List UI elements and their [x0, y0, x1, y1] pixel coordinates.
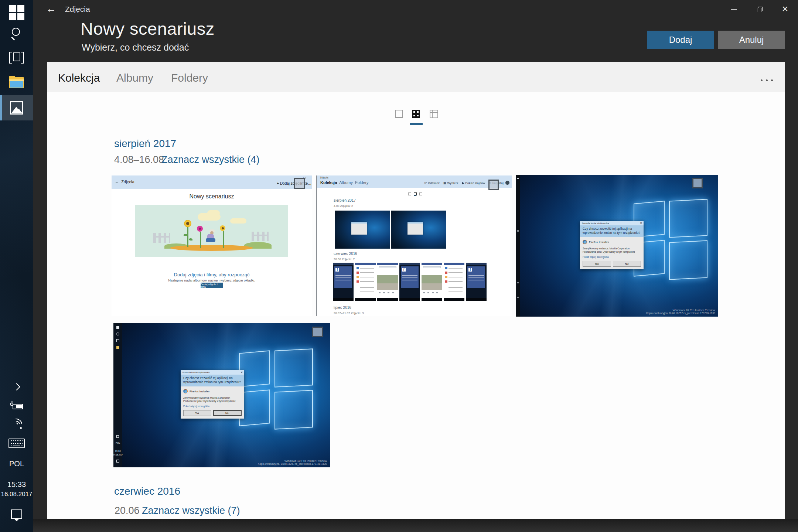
mini-cta-title: Dodaj zdjęcia i filmy, aby rozpocząć — [112, 272, 312, 277]
view-small-toggle[interactable] — [430, 110, 438, 118]
restore-button[interactable] — [747, 0, 773, 18]
mini-titlebar: Zdjęcia KolekcjaAlbumyFoldery ⟳ Odśwież▦… — [317, 175, 512, 188]
active-toggle-underline — [410, 123, 423, 125]
battery-button[interactable] — [0, 400, 33, 412]
mini-phone-photo — [355, 263, 376, 301]
folder-icon — [9, 77, 24, 88]
uac-title: Kontrola konta użytkownika — [183, 371, 209, 374]
more-button[interactable] — [757, 76, 776, 84]
mini-phone-photo: f — [333, 263, 354, 301]
mini-cta-subtitle: Następnie nadaj albumowi nazwę i wybierz… — [112, 279, 312, 282]
active-accent-bar — [0, 95, 2, 120]
page-subtitle: Wybierz, co chcesz dodać — [82, 42, 189, 53]
section-title-august[interactable]: sierpień 2017 — [114, 138, 176, 150]
thumbnail-4-checkbox[interactable] — [312, 327, 323, 337]
tab-albums[interactable]: Albumy — [116, 72, 153, 84]
network-button[interactable] — [0, 417, 33, 431]
insider-watermark: Windows 10 Pro Insider Preview Kopia ewa… — [258, 459, 327, 465]
mini-section-meta: 20.06 Zdjęcia: 7 — [334, 258, 355, 261]
search-button[interactable] — [0, 26, 33, 41]
uac-publisher: Zweryfikowany wydawca: Mozilla Corporati… — [583, 247, 641, 250]
time-label: 15:33 — [7, 480, 26, 489]
uac-no-button: Nie — [213, 410, 242, 416]
mini-app-title: Zdjęcia — [320, 176, 328, 179]
uac-dialog: Kontrola konta użytkownika✕ Czy chcesz z… — [580, 221, 644, 269]
mini-language-label: POL — [113, 442, 122, 444]
tab-folders[interactable]: Foldery — [171, 72, 208, 84]
mini-back-and-title: ← Zdjęcia — [115, 180, 134, 184]
uac-origin: Pochodzenie pliku: Dysk twardy w tym kom… — [583, 250, 641, 253]
thumbnail-3-checkbox[interactable] — [692, 178, 703, 188]
uac-yes-button: Tak — [183, 410, 211, 416]
close-icon: ✕ — [782, 4, 788, 14]
photo-thumbnail-desktop-uac[interactable]: Kontrola konta użytkownika✕ Czy chcesz z… — [516, 175, 718, 317]
uac-details-link: Pokaż więcej szczegółów — [183, 405, 242, 407]
mini-desktop-photo — [391, 211, 446, 249]
insider-watermark: Windows 10 Pro Insider Preview Kopia ewa… — [646, 308, 715, 314]
action-center-button[interactable] — [0, 508, 33, 521]
taskbar: POL 15:33 16.08.2017 — [0, 0, 33, 532]
date[interactable]: 16.08.2017 — [0, 490, 33, 499]
cancel-button[interactable]: Anuluj — [718, 31, 785, 49]
windows-hero-logo — [239, 349, 313, 429]
window-background — [33, 519, 798, 532]
close-button[interactable]: ✕ — [772, 0, 798, 18]
minimize-icon — [731, 9, 737, 10]
view-medium-toggle-active[interactable] — [412, 110, 420, 118]
windows-logo-icon — [9, 5, 24, 20]
thumbnail-1-checkbox[interactable] — [294, 178, 305, 189]
windows-hero-logo — [634, 200, 707, 279]
mini-cta-button: Dodaj zdjęcia i filmy — [201, 283, 223, 288]
select-all-august-link[interactable]: Zaznacz wszystkie (4) — [161, 154, 260, 166]
uac-close-icon: ✕ — [640, 221, 642, 225]
uac-close-icon: ✕ — [241, 370, 243, 375]
mini-phone-photo — [377, 263, 398, 301]
mini-account-icon — [505, 181, 509, 185]
mini-illustration — [135, 205, 288, 257]
mini-section-title: czerwiec 2016 — [334, 252, 357, 256]
add-button[interactable]: Dodaj — [647, 31, 714, 49]
uac-origin: Pochodzenie pliku: Dysk twardy w tym kom… — [183, 399, 242, 403]
language-label: POL — [9, 460, 24, 468]
mini-section-meta: 20.07–21.07 Zdjęcia: 3 — [334, 311, 364, 315]
tab-collection[interactable]: Kolekcja — [58, 72, 100, 84]
uac-publisher: Zweryfikowany wydawca: Mozilla Corporati… — [183, 396, 242, 399]
select-all-june-link[interactable]: Zaznacz wszystkie (7) — [142, 505, 240, 516]
tab-strip: Kolekcja Albumy Foldery — [47, 62, 785, 92]
uac-app-name: Firefox Installer — [589, 241, 609, 244]
mini-section-title: lipiec 2016 — [334, 306, 351, 310]
file-explorer-button[interactable] — [0, 75, 33, 91]
view-large-toggle[interactable] — [395, 110, 403, 118]
clock[interactable]: 15:33 — [0, 480, 33, 489]
firefox-icon — [183, 389, 188, 393]
photo-picker-panel: Kolekcja Albumy Foldery sierpień 2017 4.… — [47, 62, 785, 519]
mini-phone-photo — [422, 263, 442, 301]
touch-keyboard-button[interactable] — [0, 437, 33, 450]
photos-app-button-active[interactable] — [0, 95, 33, 120]
section-range-june: 20.06 — [115, 505, 140, 516]
task-view-button[interactable] — [0, 50, 33, 64]
mini-taskbar: POL 13:18 04.08.2017 — [113, 323, 122, 467]
mini-heading: Nowy scenariusz — [112, 193, 312, 200]
firefox-icon — [583, 240, 587, 244]
back-button[interactable]: ← — [42, 1, 60, 17]
photo-thumbnail-new-story[interactable]: ← Zdjęcia — ▢ + Dodaj zdjęcia Prze… Nowy… — [112, 175, 312, 316]
mini-phone-photo — [444, 263, 464, 301]
show-hidden-icons-button[interactable] — [0, 381, 33, 393]
thumbnail-2-checkbox[interactable] — [488, 180, 499, 190]
language-indicator[interactable]: POL — [0, 458, 33, 469]
uac-question: Czy chcesz zezwolić tej aplikacji na wpr… — [181, 375, 244, 386]
minimize-button[interactable] — [721, 0, 747, 18]
mini-person-illustration — [207, 229, 217, 244]
battery-charging-icon — [10, 403, 23, 409]
mini-time-label: 13:18 — [113, 450, 122, 452]
start-button[interactable] — [0, 4, 33, 21]
photo-thumbnail-collection[interactable]: Zdjęcia KolekcjaAlbumyFoldery ⟳ Odśwież▦… — [316, 175, 512, 316]
mini-view-toggles — [408, 192, 422, 195]
section-title-june[interactable]: czerwiec 2016 — [114, 485, 180, 497]
search-icon — [11, 28, 22, 39]
back-arrow-icon: ← — [46, 3, 56, 15]
photo-thumbnail-desktop-uac-taskbar[interactable]: POL 13:18 04.08.2017 Kontrola konta użyt… — [113, 323, 330, 467]
page-title: Nowy scenariusz — [81, 18, 215, 39]
mini-section-meta: 4.08 Zdjęcia: 2 — [334, 204, 353, 208]
